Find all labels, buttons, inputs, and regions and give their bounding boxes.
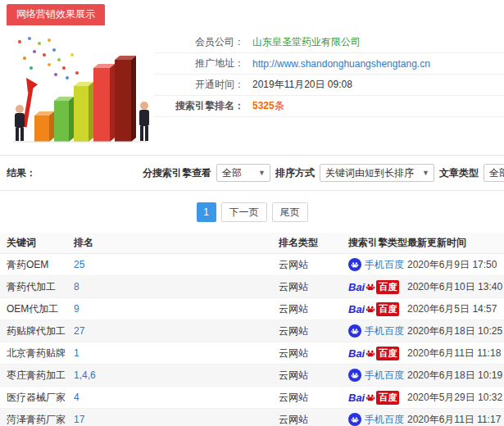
open-time-value: 2019年11月20日 09:08	[252, 78, 352, 92]
member-info-list: 会员公司： 山东皇圣堂药业有限公司 推广地址： http://www.shand…	[154, 30, 504, 155]
col-update-time: 最新更新时间	[407, 236, 497, 250]
page-last-button[interactable]: 尾页	[272, 202, 308, 222]
company-label: 会员公司：	[154, 35, 244, 49]
update-time-cell: 2020年6月11日 11:18	[407, 347, 497, 360]
baidu-logo-icon: Bai百度	[348, 347, 399, 360]
open-time-label: 开通时间：	[154, 78, 244, 92]
table-row: OEM代加工9云网站Bai百度2020年6月5日 14:57	[0, 298, 504, 320]
rank-link[interactable]: 1	[74, 347, 79, 359]
results-table: 关键词 排名 排名类型 搜索引擎类型 最新更新时间 膏药OEM25云网站手机百度…	[0, 233, 504, 426]
table-header-row: 关键词 排名 排名类型 搜索引擎类型 最新更新时间	[0, 233, 504, 254]
engine-cell: Bai百度	[348, 347, 407, 360]
rank-link[interactable]: 1,4,6	[74, 369, 96, 381]
rank-count-unit: 条	[275, 100, 284, 111]
keyword-cell: 枣庄膏药加工	[7, 369, 74, 383]
rank-type-cell: 云网站	[279, 280, 348, 294]
rank-cell: 27	[74, 325, 279, 337]
col-keyword: 关键词	[7, 236, 74, 250]
table-row: 北京膏药贴牌1云网站Bai百度2020年6月11日 11:18	[0, 342, 504, 365]
update-time-cell: 2020年5月29日 10:32	[407, 391, 497, 405]
engine-cell: Bai百度	[348, 280, 407, 294]
table-row: 膏药OEM25云网站手机百度2020年6月9日 17:50	[0, 254, 504, 276]
rank-link[interactable]: 27	[74, 325, 84, 337]
sort-select-value: 关键词由短到长排序	[325, 166, 414, 180]
info-row-rank-count: 搜索引擎排名： 5325条	[154, 96, 504, 117]
col-rank-type: 排名类型	[279, 236, 348, 250]
promo-url-label: 推广地址：	[154, 57, 244, 70]
rank-cell: 25	[74, 259, 279, 270]
baidu-paw-icon	[366, 348, 375, 358]
businessman-left	[15, 105, 25, 141]
chevron-down-icon: ▼	[422, 169, 429, 177]
rank-count-label: 搜索引擎排名：	[154, 99, 244, 113]
promo-url-link[interactable]: http://www.shandonghuangshengtang.cn	[252, 58, 430, 70]
keyword-cell: 菏泽膏药厂家	[7, 413, 74, 426]
engine-label: 手机百度	[365, 369, 404, 381]
businessman-right	[139, 102, 149, 141]
page-current[interactable]: 1	[197, 202, 216, 222]
baidu-logo-icon: Bai百度	[348, 391, 399, 405]
company-link[interactable]: 山东皇圣堂药业有限公司	[252, 35, 361, 49]
table-row: 膏药代加工8云网站Bai百度2020年6月10日 13:40	[0, 276, 504, 298]
keyword-cell: 药贴牌代加工	[7, 324, 74, 338]
page-title-tab: 网络营销效果展示	[7, 4, 105, 25]
engine-cell: 手机百度	[348, 324, 407, 338]
table-row: 枣庄膏药加工1,4,6云网站手机百度2020年6月18日 10:19	[0, 365, 504, 387]
update-time-cell: 2020年6月9日 17:50	[407, 258, 497, 272]
engine-cell: Bai百度	[348, 391, 407, 405]
update-time-cell: 2020年6月18日 10:19	[407, 369, 497, 383]
rank-type-cell: 云网站	[279, 347, 348, 360]
rank-cell: 1	[74, 347, 279, 359]
rank-type-cell: 云网站	[279, 369, 348, 383]
engine-select[interactable]: 全部 ▼	[216, 164, 270, 182]
rank-link[interactable]: 8	[74, 281, 79, 292]
type-select[interactable]: 全部 ▼	[484, 164, 504, 182]
update-time-cell: 2020年6月10日 13:40	[407, 280, 497, 294]
rank-link[interactable]: 25	[74, 259, 84, 270]
engine-cell: 手机百度	[348, 258, 407, 272]
rank-link[interactable]: 17	[74, 414, 84, 425]
rank-cell: 9	[74, 303, 279, 315]
keyword-cell: 医疗器械厂家	[7, 391, 74, 405]
rank-type-cell: 云网站	[279, 302, 348, 316]
col-engine-type: 搜索引擎类型	[348, 236, 407, 250]
mobile-baidu-icon	[348, 324, 361, 338]
keyword-cell: 膏药OEM	[7, 258, 74, 272]
type-select-value: 全部	[489, 166, 504, 180]
rank-link[interactable]: 4	[74, 392, 79, 403]
rank-link[interactable]: 9	[74, 303, 79, 315]
col-rank: 排名	[74, 236, 279, 250]
bars	[34, 56, 136, 142]
keyword-cell: 北京膏药贴牌	[7, 347, 74, 360]
page-next-button[interactable]: 下一页	[221, 202, 267, 222]
engine-label: 手机百度	[365, 259, 404, 270]
engine-cell: 手机百度	[348, 369, 407, 383]
engine-select-value: 全部	[222, 166, 242, 180]
update-time-cell: 2020年6月5日 14:57	[407, 302, 497, 316]
rank-type-cell: 云网站	[279, 258, 348, 272]
keyword-cell: OEM代加工	[7, 302, 74, 316]
chevron-down-icon: ▼	[258, 169, 266, 177]
update-time-cell: 2020年6月18日 10:25	[407, 324, 497, 338]
mobile-baidu-icon	[348, 258, 361, 271]
rank-cell: 8	[74, 281, 279, 292]
engine-label: 手机百度	[365, 414, 404, 425]
sort-select[interactable]: 关键词由短到长排序 ▼	[320, 164, 434, 182]
engine-filter-label: 分搜索引擎查看	[143, 166, 211, 180]
table-row: 菏泽膏药厂家17云网站手机百度2020年6月11日 11:17	[0, 409, 504, 426]
mobile-baidu-icon	[348, 369, 361, 382]
table-row: 药贴牌代加工27云网站手机百度2020年6月18日 10:25	[0, 320, 504, 342]
filter-bar: 结果： 分搜索引擎查看 全部 ▼ 排序方式 关键词由短到长排序 ▼ 文章类型 全…	[0, 155, 504, 191]
baidu-logo-icon: Bai百度	[348, 280, 399, 294]
top-bar: 网络营销效果展示	[0, 0, 504, 25]
baidu-logo-icon: Bai百度	[348, 302, 399, 316]
engine-cell: Bai百度	[348, 302, 407, 316]
info-row-url: 推广地址： http://www.shandonghuangshengtang.…	[154, 53, 504, 75]
sort-filter-label: 排序方式	[275, 166, 315, 180]
confetti-dots	[18, 37, 79, 79]
rank-cell: 1,4,6	[74, 369, 279, 381]
engine-cell: 手机百度	[348, 413, 407, 426]
pagination: 1 下一页 尾页	[0, 191, 504, 233]
keyword-cell: 膏药代加工	[7, 280, 74, 294]
baidu-paw-icon	[366, 282, 375, 292]
